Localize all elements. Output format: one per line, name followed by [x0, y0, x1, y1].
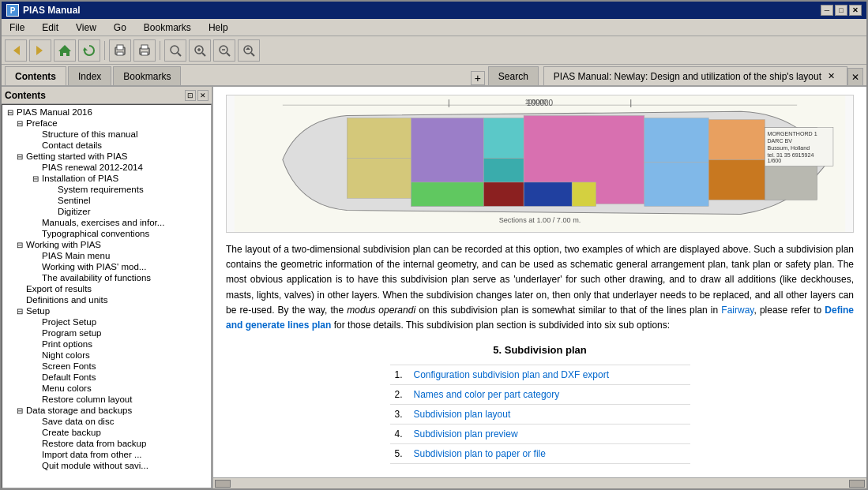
svg-marker-2	[58, 45, 71, 56]
tree-item-screen-fonts[interactable]: Screen Fonts	[2, 361, 211, 372]
tree-item-digitizer[interactable]: Digitizer	[2, 206, 211, 217]
tree-toggle-installation[interactable]: ⊟	[32, 174, 42, 183]
tree-item-quit[interactable]: Quit module without savi...	[2, 460, 211, 471]
doc-tab[interactable]: PIAS Manual: Newlay: Design and utilizat…	[543, 66, 847, 85]
svg-rect-25	[347, 118, 411, 158]
doc-tab-close[interactable]: ✕	[825, 70, 837, 83]
tree-item-working[interactable]: ⊟ Working with PIAS	[2, 239, 211, 250]
home-button[interactable]	[54, 39, 76, 62]
tree-item-system-req[interactable]: System requirements	[2, 184, 211, 195]
h-scroll-track	[231, 480, 849, 488]
tree-item-pias-manual[interactable]: ⊟ PIAS Manual 2016	[2, 107, 211, 118]
tree-item-contact[interactable]: Contact details	[2, 140, 211, 151]
list-link-2[interactable]: Names and color per part category	[414, 387, 560, 402]
menu-file[interactable]: File	[5, 21, 29, 35]
window-title: PIAS Manual	[23, 5, 81, 16]
refresh-button[interactable]	[78, 39, 100, 62]
ship-diagram: | 100000 | 100000	[226, 95, 854, 233]
close-panel-button[interactable]: ✕	[847, 68, 863, 85]
tree-toggle-setup[interactable]: ⊟	[17, 307, 26, 316]
tree-item-restore-column[interactable]: Restore column layout	[2, 394, 211, 405]
tree-item-export[interactable]: Export of results	[2, 283, 211, 294]
main-paragraph: The layout of a two-dimensional subdivis…	[226, 242, 854, 333]
list-link-3[interactable]: Subdivision plan layout	[414, 407, 511, 421]
tab-contents[interactable]: Contents	[5, 66, 66, 85]
tree-item-preface[interactable]: ⊟ Preface	[2, 118, 211, 129]
menu-go[interactable]: Go	[109, 21, 131, 35]
menu-view[interactable]: View	[71, 21, 101, 35]
tree-item-typo[interactable]: Typographical conventions	[2, 228, 211, 239]
tree-item-restore-backup[interactable]: Restore data from backup	[2, 438, 211, 449]
tree-item-default-fonts[interactable]: Default Fonts	[2, 372, 211, 383]
app-icon: P	[6, 4, 19, 17]
maximize-button[interactable]: □	[835, 5, 847, 16]
tree-item-availability[interactable]: The availability of functions	[2, 272, 211, 283]
tree-item-sentinel[interactable]: Sentinel	[2, 195, 211, 206]
tree-item-create-backup[interactable]: Create backup	[2, 427, 211, 438]
tree-item-save-data[interactable]: Save data on disc	[2, 416, 211, 427]
tree-item-getting-started[interactable]: ⊟ Getting started with PIAS	[2, 151, 211, 162]
forward-button[interactable]	[29, 39, 51, 62]
menu-bookmarks[interactable]: Bookmarks	[139, 21, 196, 35]
panel-close-button[interactable]: ✕	[197, 90, 209, 101]
menu-bar: File Edit View Go Bookmarks Help	[2, 19, 866, 36]
svg-rect-8	[141, 45, 148, 49]
svg-line-20	[251, 53, 254, 56]
close-button[interactable]: ✕	[849, 5, 862, 16]
tree-item-manuals[interactable]: Manuals, exercises and infor...	[2, 217, 211, 228]
tree-item-installation[interactable]: ⊟ Installation of PIAS	[2, 173, 211, 184]
print-preview-button[interactable]	[109, 39, 131, 62]
horizontal-scrollbar[interactable]	[213, 477, 866, 488]
title-controls: ─ □ ✕	[821, 5, 862, 16]
svg-rect-33	[524, 182, 572, 207]
panel-header: Contents ⊡ ✕	[2, 87, 212, 104]
h-scroll-left[interactable]	[215, 480, 231, 488]
svg-line-13	[202, 53, 205, 56]
tree-item-import-data[interactable]: Import data from other ...	[2, 449, 211, 460]
add-tab-button[interactable]: +	[471, 71, 485, 85]
fairway-link[interactable]: Fairway	[721, 305, 753, 316]
list-item-5: 5. Subdivision plan to paper or file	[390, 444, 690, 464]
find-button[interactable]	[164, 39, 186, 62]
print-button[interactable]	[133, 39, 156, 62]
tree-toggle-getting-started[interactable]: ⊟	[17, 152, 26, 161]
tab-index[interactable]: Index	[68, 66, 111, 85]
section-title: 5. Subdivision plan	[226, 342, 854, 358]
menu-help[interactable]: Help	[204, 21, 233, 35]
tree-item-working-pias[interactable]: Working with PIAS' mod...	[2, 261, 211, 272]
tree-item-program-setup[interactable]: Program setup	[2, 327, 211, 339]
list-link-5[interactable]: Subdivision plan to paper or file	[414, 447, 546, 461]
tree-item-definitions[interactable]: Definitions and units	[2, 294, 211, 305]
list-link-4[interactable]: Subdivision plan preview	[414, 427, 518, 441]
tree-item-data-storage[interactable]: ⊟ Data storage and backups	[2, 405, 211, 416]
search-tab[interactable]: Search	[488, 66, 539, 85]
list-link-1[interactable]: Configuration subdivision plan and DXF e…	[414, 368, 609, 382]
list-item-3: 3. Subdivision plan layout	[390, 405, 690, 425]
tree-item-pias-main-menu[interactable]: PIAS Main menu	[2, 250, 211, 261]
list-item-2: 2. Names and color per part category	[390, 385, 690, 405]
tree-toggle-preface[interactable]: ⊟	[17, 119, 26, 128]
svg-point-10	[171, 46, 178, 54]
tab-bookmarks[interactable]: Bookmarks	[113, 66, 181, 85]
tree-item-pias-renewal[interactable]: PIAS renewal 2012-2014	[2, 162, 211, 173]
zoom-fit-button[interactable]	[238, 39, 260, 62]
tree-item-print-options[interactable]: Print options	[2, 339, 211, 350]
tree-toggle-data-storage[interactable]: ⊟	[17, 406, 26, 415]
svg-rect-37	[708, 159, 765, 200]
minimize-button[interactable]: ─	[821, 5, 833, 16]
tree-item-setup[interactable]: ⊟ Setup	[2, 305, 211, 316]
h-scroll-right[interactable]	[849, 480, 865, 488]
menu-edit[interactable]: Edit	[37, 21, 63, 35]
tree-toggle-pias-manual[interactable]: ⊟	[7, 108, 17, 117]
tree-item-project-setup[interactable]: Project Setup	[2, 316, 211, 327]
tree-item-menu-colors[interactable]: Menu colors	[2, 383, 211, 394]
tree-toggle-working[interactable]: ⊟	[17, 241, 26, 249]
zoom-out-button[interactable]	[213, 39, 235, 62]
main-area: Contents ⊡ ✕ ⊟ PIAS Manual 2016 ⊟ Prefac…	[2, 87, 866, 488]
content-area[interactable]: | 100000 | 100000	[213, 87, 866, 477]
zoom-in-button[interactable]	[189, 39, 211, 62]
panel-sync-button[interactable]: ⊡	[185, 90, 196, 101]
tree-item-night-colors[interactable]: Night colors	[2, 350, 211, 361]
tree-item-structure[interactable]: Structure of this manual	[2, 129, 211, 140]
back-button[interactable]	[5, 39, 27, 62]
